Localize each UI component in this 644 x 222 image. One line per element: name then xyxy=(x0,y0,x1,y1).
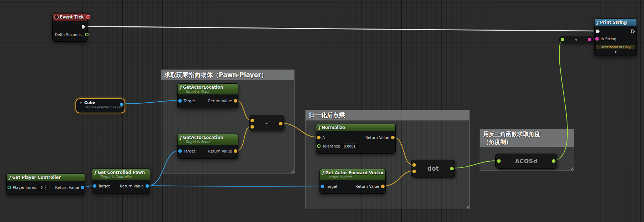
expand-chevron-icon[interactable]: ▼ xyxy=(595,50,637,55)
pin-row: A Return Value xyxy=(316,133,395,142)
pin-return-value[interactable] xyxy=(81,186,84,189)
pin-subtract-result[interactable] xyxy=(279,122,283,125)
return-value-label: Return Value xyxy=(208,149,232,153)
wire-exec-tick-to-print[interactable] xyxy=(86,26,596,31)
pin-subtract-a[interactable] xyxy=(250,119,254,122)
node-subtitle: Target is Actor xyxy=(185,140,236,144)
pin-return-value[interactable] xyxy=(391,136,395,139)
function-icon: ƒ xyxy=(94,170,96,175)
delta-seconds-label: Delta Seconds xyxy=(55,32,81,37)
node-cube-reference[interactable]: ⌂ Cube from Persistent Level xyxy=(75,98,125,113)
resize-handle[interactable] xyxy=(465,205,469,208)
pin-acosd-input[interactable] xyxy=(497,159,501,163)
node-get-actor-location-2[interactable]: ƒ GetActorLocation Target is Actor Targe… xyxy=(177,134,238,159)
node-get-actor-location-1[interactable]: ƒ GetActorLocation Target is Actor Targe… xyxy=(177,83,238,108)
node-title: Cube xyxy=(84,100,95,105)
pin-dot-b[interactable] xyxy=(412,170,416,173)
node-acosd[interactable]: ACOSd xyxy=(495,154,557,169)
node-print-string-header[interactable]: ƒ Print String xyxy=(595,19,637,26)
node-subtitle: Target is Actor xyxy=(328,175,383,179)
node-normalize[interactable]: ƒ Normalize A Return Value Tolerance 0.0… xyxy=(316,124,396,154)
pin-return-value[interactable] xyxy=(234,149,237,153)
development-only-band: Development Only xyxy=(596,45,635,50)
pin-row: Player Index 0 Return Value xyxy=(7,183,85,192)
event-icon xyxy=(54,15,59,20)
pin-return-value[interactable] xyxy=(381,185,385,188)
player-index-label: Player Index xyxy=(13,185,36,190)
resize-handle[interactable] xyxy=(290,169,294,173)
function-icon: ƒ xyxy=(9,175,11,180)
node-print-string[interactable]: ƒ Print String In String Development Onl… xyxy=(594,19,637,56)
tolerance-input[interactable]: 0.0001 xyxy=(342,144,357,149)
exec-input-pin[interactable] xyxy=(596,29,600,33)
node-header[interactable]: ƒ GetActorLocation Target is Actor xyxy=(178,84,238,94)
exec-row xyxy=(595,28,637,35)
node-header[interactable]: ƒ Get Player Controller xyxy=(7,174,85,181)
node-vector-subtract[interactable]: - xyxy=(249,115,284,131)
node-header[interactable]: ƒ Get Controlled Pawn Target is Controll… xyxy=(92,169,150,180)
function-icon: ƒ xyxy=(180,85,181,90)
comment-acos-line2: （角度制） xyxy=(483,138,571,146)
pin-target[interactable] xyxy=(178,99,182,103)
node-get-player-controller[interactable]: ƒ Get Player Controller Player Index 0 R… xyxy=(6,174,85,195)
node-event-tick[interactable]: Event Tick Delta Seconds xyxy=(52,13,88,42)
pin-target[interactable] xyxy=(178,149,182,153)
comment-acos-title[interactable]: 用反三角函数求取角度 （角度制） xyxy=(480,129,574,147)
exec-output-pin[interactable] xyxy=(631,29,635,33)
comment-pick-target-title[interactable]: 求取玩家指向物体（Pawn-Player） xyxy=(161,70,294,80)
pin-row: Target Return Value xyxy=(320,182,385,191)
event-status-icon xyxy=(86,15,90,19)
return-value-label: Return Value xyxy=(365,135,389,140)
node-title: Get Player Controller xyxy=(12,175,60,180)
node-title: Print String xyxy=(600,20,627,25)
pin-delta-seconds[interactable] xyxy=(85,33,89,36)
house-icon: ⌂ xyxy=(80,100,83,105)
in-string-row: In String xyxy=(595,35,637,43)
pin-subtract-b[interactable] xyxy=(250,125,254,129)
return-value-label: Return Value xyxy=(120,184,144,188)
pin-dot-result[interactable] xyxy=(450,167,454,170)
node-subtitle: Target is Actor xyxy=(185,89,236,93)
node-get-actor-forward-vector[interactable]: ƒ Get Actor Forward Vector Target is Act… xyxy=(320,169,386,194)
pin-row: Target Return Value xyxy=(178,97,238,105)
exec-output-pin[interactable] xyxy=(81,25,86,29)
resize-handle[interactable] xyxy=(570,166,574,170)
comment-normalize-dot-title[interactable]: 归一化后点乘 xyxy=(306,110,469,120)
blueprint-graph[interactable]: 求取玩家指向物体（Pawn-Player） 归一化后点乘 用反三角函数求取角度 … xyxy=(0,0,644,222)
tolerance-label: Tolerance xyxy=(322,144,340,148)
pin-player-index[interactable] xyxy=(7,186,11,189)
node-float-to-string-conversion[interactable] xyxy=(559,36,593,43)
node-get-controlled-pawn[interactable]: ƒ Get Controlled Pawn Target is Controll… xyxy=(92,169,150,193)
pin-in-string[interactable] xyxy=(595,37,599,41)
node-header[interactable]: ƒ Normalize xyxy=(316,124,395,131)
exec-out-row xyxy=(53,24,87,30)
pin-row: Target Return Value xyxy=(92,182,150,190)
target-label: Target xyxy=(184,149,195,153)
pin-conversion-input[interactable] xyxy=(561,38,564,41)
pin-conversion-output[interactable] xyxy=(588,38,591,41)
player-index-input[interactable]: 0 xyxy=(38,185,46,190)
node-title: Get Actor Forward Vector xyxy=(325,170,384,175)
pin-target[interactable] xyxy=(321,185,324,188)
function-icon: ƒ xyxy=(318,125,320,130)
pin-return-value[interactable] xyxy=(234,99,237,103)
pin-a[interactable] xyxy=(317,136,321,139)
pin-acosd-output[interactable] xyxy=(552,159,555,163)
pin-target[interactable] xyxy=(93,184,96,188)
node-subtitle: Target is Controller xyxy=(100,175,147,179)
acosd-label: ACOSd xyxy=(515,158,537,165)
node-header[interactable]: ƒ GetActorLocation Target is Actor xyxy=(178,134,238,145)
node-title: Get Controlled Pawn xyxy=(97,170,145,175)
pin-dot-a[interactable] xyxy=(412,163,416,167)
node-dot-product[interactable]: dot xyxy=(411,160,455,177)
node-event-tick-header[interactable]: Event Tick xyxy=(53,14,87,21)
wire-controlledpawn-to-forwardvector[interactable] xyxy=(148,186,321,186)
node-header[interactable]: ƒ Get Actor Forward Vector Target is Act… xyxy=(320,169,385,180)
pin-cube-output[interactable] xyxy=(120,103,123,106)
subtract-operator-label: - xyxy=(265,120,268,127)
return-value-label: Return Value xyxy=(355,184,379,189)
pin-return-value[interactable] xyxy=(146,184,149,188)
reroute-dot xyxy=(575,39,577,41)
pin-tolerance[interactable] xyxy=(317,144,321,148)
return-value-label: Return Value xyxy=(55,185,79,190)
